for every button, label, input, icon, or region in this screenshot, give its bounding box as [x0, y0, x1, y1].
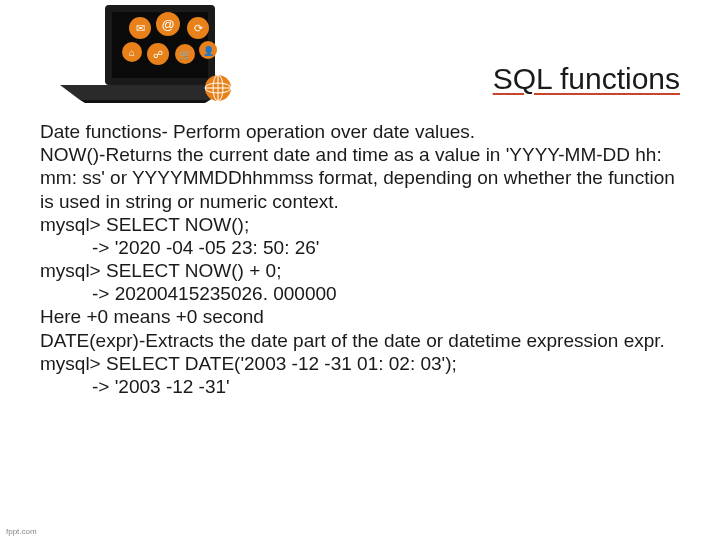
svg-text:@: @ [161, 17, 174, 32]
svg-marker-1 [80, 100, 210, 103]
svg-text:👤: 👤 [203, 45, 215, 57]
line-plus-zero-note: Here +0 means +0 second [40, 305, 680, 328]
line-now-result: -> '2020 -04 -05 23: 50: 26' [40, 236, 680, 259]
svg-text:☍: ☍ [153, 49, 163, 60]
page-title: SQL functions [493, 62, 680, 96]
line-date-result: -> '2003 -12 -31' [40, 375, 680, 398]
header: ✉ @ ⟳ ⌂ ☍ 🛒 👤 SQL functions [0, 0, 720, 110]
line-now-desc: NOW()-Returns the current date and time … [40, 143, 680, 213]
svg-text:⟳: ⟳ [194, 22, 203, 34]
svg-marker-0 [60, 85, 230, 100]
body-text: Date functions- Perform operation over d… [40, 120, 680, 398]
line-now-select: mysql> SELECT NOW(); [40, 213, 680, 236]
line-date-intro: Date functions- Perform operation over d… [40, 120, 680, 143]
svg-text:✉: ✉ [136, 22, 145, 34]
line-date-desc: DATE(expr)-Extracts the date part of the… [40, 329, 680, 352]
laptop-icon: ✉ @ ⟳ ⌂ ☍ 🛒 👤 [50, 0, 240, 105]
line-date-select: mysql> SELECT DATE('2003 -12 -31 01: 02:… [40, 352, 680, 375]
line-now-plus-result: -> 20200415235026. 000000 [40, 282, 680, 305]
svg-text:🛒: 🛒 [179, 48, 192, 61]
footer-credit: fppt.com [6, 527, 37, 536]
line-now-plus-select: mysql> SELECT NOW() + 0; [40, 259, 680, 282]
svg-text:⌂: ⌂ [129, 47, 135, 58]
